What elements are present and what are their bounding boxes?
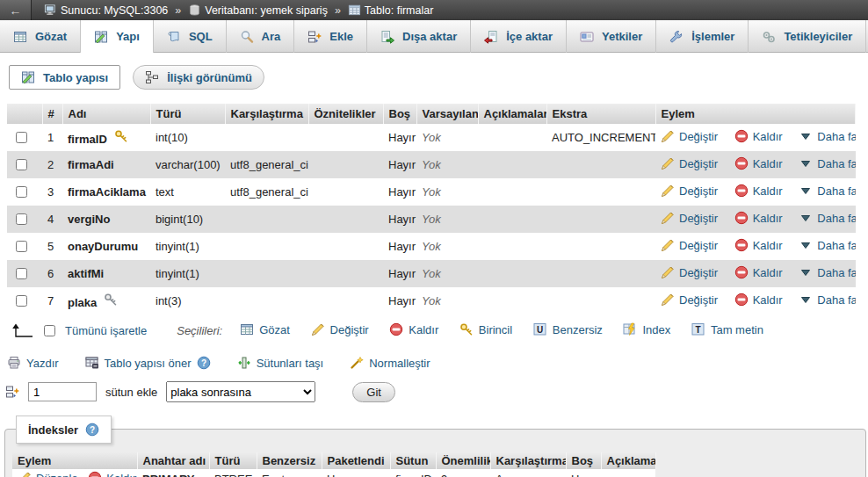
row-checkbox[interactable] [16, 186, 27, 198]
tab-sql[interactable]: SQL [154, 20, 227, 53]
change-column-link[interactable]: Değiştir [661, 238, 718, 252]
change-column-link[interactable]: Değiştir [661, 156, 718, 170]
column-default: Yok [416, 206, 478, 233]
move-columns-icon [237, 356, 251, 370]
selected-action-drop[interactable]: Kaldır [389, 322, 438, 336]
subtab-table-structure[interactable]: Tablo yapısı [9, 65, 120, 90]
column-null: Hayır [383, 151, 416, 178]
more-actions-link[interactable]: Daha fazla [799, 156, 855, 170]
column-attributes [308, 151, 383, 178]
tab-triggers[interactable]: Tetikleyiciler [749, 20, 866, 53]
column-null: Hayır [383, 233, 416, 260]
column-type: text [150, 178, 225, 206]
tool-move-columns[interactable]: Sütunları taşı [237, 356, 324, 370]
drop-column-link[interactable]: Kaldır [734, 211, 783, 225]
tab-privileges[interactable]: Yetkiler [567, 20, 656, 53]
breadcrumb-server[interactable]: Sunucu: MySQL:3306 [44, 4, 168, 17]
column-attributes [308, 124, 383, 151]
selected-action-index[interactable]: Index [623, 322, 670, 336]
more-actions-link[interactable]: Daha fazla [799, 238, 855, 252]
drop-column-link[interactable]: Kaldır [734, 184, 783, 198]
pencil-icon [661, 238, 675, 252]
row-checkbox[interactable] [16, 241, 27, 252]
column-name: onayDurumu [68, 240, 138, 253]
change-column-link[interactable]: Değiştir [661, 184, 718, 198]
selected-action-fulltext[interactable]: T Tam metin [691, 322, 763, 336]
column-row: 3 firmaAciklama text utf8_general_ci Hay… [7, 178, 856, 206]
more-actions-link[interactable]: Daha fazla [799, 293, 855, 307]
tab-insert[interactable]: Ekle [294, 20, 367, 53]
go-button[interactable]: Git [352, 382, 395, 402]
idx-header-comment: Açıklama [601, 452, 655, 469]
breadcrumb-database[interactable]: Veritabanı: yemek sipariş [188, 4, 328, 17]
table-icon [348, 4, 361, 17]
selected-action-key-gold[interactable]: Birincil [459, 322, 512, 336]
tab-search[interactable]: Ara [227, 20, 295, 53]
help-icon[interactable]: ? [197, 356, 211, 370]
row-checkbox[interactable] [16, 132, 27, 143]
column-comments [478, 206, 546, 233]
header-default: Varsayılan [416, 104, 478, 124]
row-checkbox[interactable] [16, 159, 27, 170]
column-comments [478, 233, 546, 260]
column-number: 2 [42, 151, 62, 178]
idx-header-cardinality: Önemlilik [436, 452, 490, 469]
change-column-link[interactable]: Değiştir [661, 211, 718, 225]
export-icon [380, 30, 394, 44]
drop-column-link[interactable]: Kaldır [734, 238, 783, 252]
column-comments [478, 124, 546, 151]
tool-normalize[interactable]: Normalleştir [350, 356, 430, 370]
selected-action-browse[interactable]: Gözat [240, 322, 290, 336]
column-comments [478, 178, 546, 206]
tab-import[interactable]: İçe aktar [471, 20, 567, 53]
subtab-relation-view[interactable]: İlişki görünümü [133, 65, 264, 90]
more-actions-link[interactable]: Daha fazla [799, 184, 855, 198]
check-all-link[interactable]: Tümünü işaretle [65, 324, 147, 337]
column-type: varchar(100) [150, 151, 225, 178]
column-extra [546, 151, 655, 178]
add-column-position-select[interactable]: plaka sonrasına [166, 381, 315, 402]
indexes-title: İndeksler [28, 423, 78, 437]
row-checkbox[interactable] [16, 295, 27, 307]
tab-operations[interactable]: İşlemler [656, 20, 749, 53]
pencil-icon [661, 129, 675, 143]
tool-print[interactable]: Yazdır [7, 356, 59, 370]
row-checkbox[interactable] [16, 268, 27, 279]
indexes-help-icon[interactable]: ? [85, 423, 99, 437]
selected-action-unique[interactable]: U Benzersiz [533, 322, 603, 336]
tab-export[interactable]: Dışa aktar [367, 20, 471, 53]
column-name: plaka [68, 296, 97, 309]
header-attributes: Öznitelikler [308, 104, 383, 124]
header-collation: Karşılaştırma [225, 104, 308, 124]
drop-index-link[interactable]: Kaldır [88, 471, 136, 477]
pencil-icon [661, 184, 675, 198]
drop-icon [734, 156, 749, 170]
drop-icon [734, 238, 749, 252]
drop-column-link[interactable]: Kaldır [734, 265, 783, 279]
privileges-icon [580, 30, 594, 44]
drop-column-link[interactable]: Kaldır [734, 129, 783, 143]
add-column-count-input[interactable] [28, 382, 97, 401]
edit-index-link[interactable]: Düzenle [18, 471, 78, 477]
change-column-link[interactable]: Değiştir [661, 265, 718, 279]
index-cardinality: 9 [436, 469, 490, 477]
index-keyname: PRIMARY [137, 469, 209, 477]
drop-column-link[interactable]: Kaldır [734, 293, 783, 307]
selected-action-pencil[interactable]: Değiştir [311, 322, 369, 336]
tool-propose[interactable]: Tablo yapısı öner ? [85, 356, 211, 370]
relation-icon [145, 70, 159, 84]
browse-icon [240, 322, 254, 336]
pencil-icon [661, 293, 675, 307]
change-column-link[interactable]: Değiştir [661, 293, 718, 307]
more-actions-link[interactable]: Daha fazla [799, 211, 855, 225]
tab-browse[interactable]: Gözat [0, 20, 81, 53]
back-button[interactable]: ← [0, 0, 32, 20]
row-checkbox[interactable] [16, 213, 27, 225]
more-actions-link[interactable]: Daha fazla [799, 129, 855, 143]
tab-structure[interactable]: Yapı [81, 20, 154, 53]
change-column-link[interactable]: Değiştir [661, 129, 718, 143]
breadcrumb-table[interactable]: Tablo: firmalar [348, 4, 434, 17]
check-all-checkbox[interactable] [44, 325, 55, 336]
drop-column-link[interactable]: Kaldır [734, 156, 783, 170]
more-actions-link[interactable]: Daha fazla [799, 265, 855, 279]
